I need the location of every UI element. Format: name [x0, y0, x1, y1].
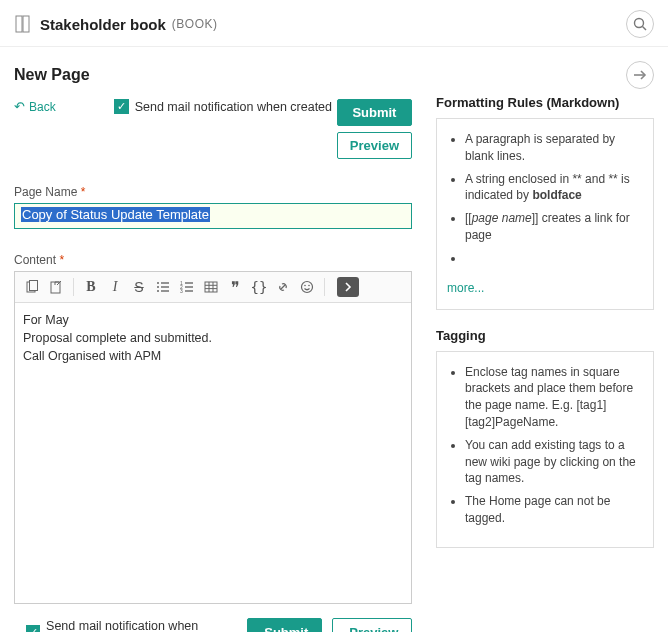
page-name-label: Page Name *: [14, 185, 412, 199]
notify-label-top: Send mail notification when created: [135, 100, 332, 114]
page-name-input[interactable]: Copy of Status Update Template: [14, 203, 412, 229]
preview-button-bottom[interactable]: Preview: [332, 618, 412, 632]
notify-checkbox-bottom[interactable]: ✓: [26, 625, 40, 632]
content-textarea[interactable]: For May Proposal complete and submitted.…: [15, 303, 411, 603]
formatting-item: A paragraph is separated by blank lines.: [465, 131, 643, 165]
formatting-item: A string enclosed in ** and ** is indica…: [465, 171, 643, 205]
notify-label-bottom: Send mail notification when created: [46, 619, 229, 633]
content-editor: B I S 123 ❞ {} For May Proposal complete…: [14, 271, 412, 604]
editor-toolbar: B I S 123 ❞ {}: [15, 272, 411, 303]
svg-point-26: [302, 282, 313, 293]
svg-point-13: [157, 290, 159, 292]
notify-checkbox-top[interactable]: ✓: [114, 99, 129, 114]
search-icon: [633, 17, 647, 31]
svg-point-28: [308, 285, 310, 287]
svg-rect-6: [30, 281, 38, 291]
italic-button[interactable]: I: [104, 276, 126, 298]
more-link[interactable]: more...: [447, 281, 484, 295]
strike-button[interactable]: S: [128, 276, 150, 298]
page-name-value: Copy of Status Update Template: [21, 207, 210, 222]
formatting-item: [465, 250, 643, 267]
tagging-title: Tagging: [436, 328, 654, 343]
book-title: Stakeholder book: [40, 16, 166, 33]
collapse-button[interactable]: [626, 61, 654, 89]
bold-button[interactable]: B: [80, 276, 102, 298]
svg-point-27: [304, 285, 306, 287]
search-button[interactable]: [626, 10, 654, 38]
code-button[interactable]: {}: [248, 276, 270, 298]
emoji-button[interactable]: [296, 276, 318, 298]
svg-rect-0: [16, 16, 22, 32]
tagging-item: You can add existing tags to a new wiki …: [465, 437, 643, 487]
back-link[interactable]: ↶ Back: [14, 99, 56, 114]
svg-rect-21: [205, 282, 217, 292]
undo-icon: ↶: [14, 99, 25, 114]
quote-button[interactable]: ❞: [224, 276, 246, 298]
table-button[interactable]: [200, 276, 222, 298]
submit-button-top[interactable]: Submit: [337, 99, 412, 126]
page-copy-icon[interactable]: [21, 276, 43, 298]
bullet-list-button[interactable]: [152, 276, 174, 298]
tagging-item: The Home page can not be tagged.: [465, 493, 643, 527]
svg-line-3: [643, 27, 647, 31]
help-sidebar: Formatting Rules (Markdown) A paragraph …: [436, 93, 654, 632]
main-form: ↶ Back ✓ Send mail notification when cre…: [14, 93, 412, 632]
back-label: Back: [29, 100, 56, 114]
formatting-panel: A paragraph is separated by blank lines.…: [436, 118, 654, 310]
page-heading-row: New Page: [0, 47, 668, 93]
book-type: (BOOK): [172, 17, 218, 31]
formatting-title: Formatting Rules (Markdown): [436, 95, 654, 110]
content-label: Content *: [14, 253, 412, 267]
arrow-right-icon: [633, 69, 647, 81]
page-export-icon[interactable]: [45, 276, 67, 298]
expand-button[interactable]: [337, 277, 359, 297]
svg-text:3: 3: [180, 288, 183, 294]
page-heading: New Page: [14, 66, 90, 84]
svg-point-2: [635, 19, 644, 28]
preview-button-top[interactable]: Preview: [337, 132, 412, 159]
tagging-item: Enclose tag names in square brackets and…: [465, 364, 643, 431]
svg-point-9: [157, 282, 159, 284]
number-list-button[interactable]: 123: [176, 276, 198, 298]
app-header: Stakeholder book (BOOK): [0, 0, 668, 47]
formatting-item: [[page name]] creates a link for page: [465, 210, 643, 244]
submit-button-bottom[interactable]: Submit: [247, 618, 322, 632]
svg-rect-1: [23, 16, 29, 32]
tagging-panel: Enclose tag names in square brackets and…: [436, 351, 654, 548]
link-button[interactable]: [272, 276, 294, 298]
svg-point-11: [157, 286, 159, 288]
book-icon: [14, 14, 32, 34]
